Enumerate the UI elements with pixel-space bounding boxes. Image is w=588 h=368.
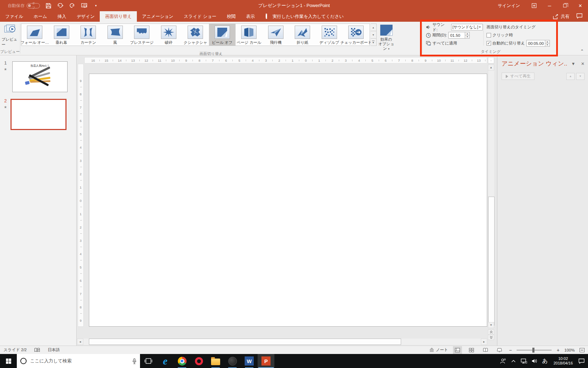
slide-indicator[interactable]: スライド 2/2	[4, 347, 27, 353]
microphone-icon[interactable]	[132, 358, 136, 364]
minimize-button[interactable]: ─	[542, 0, 557, 11]
move-earlier-button[interactable]: ▲	[566, 73, 575, 80]
customize-qat-button[interactable]: ▾	[92, 2, 99, 9]
share-button[interactable]: 共有	[553, 14, 569, 20]
vertical-scrollbar[interactable]: ▲ ▼	[488, 64, 494, 328]
gallery-scroll-up-button[interactable]: ▲	[371, 24, 376, 31]
autosave-toggle[interactable]: 自動保存 オフ	[8, 3, 40, 9]
transition-dissolve[interactable]: ディゾルブ	[316, 24, 343, 46]
pane-options-dropdown-icon[interactable]: ▼	[571, 61, 575, 66]
vertical-scroll-track[interactable]	[488, 70, 494, 322]
network-tray-icon[interactable]	[519, 354, 529, 368]
taskbar-search-box[interactable]: ここに入力して検索	[17, 354, 140, 368]
close-button[interactable]: ✕	[573, 0, 588, 11]
horizontal-scrollbar[interactable]: ◄ ►	[77, 339, 487, 345]
transition-shatter[interactable]: 破砕	[155, 24, 182, 46]
show-hidden-icons-button[interactable]	[508, 354, 519, 368]
tab-design[interactable]: デザイン	[71, 11, 100, 22]
scroll-right-button[interactable]: ►	[481, 339, 487, 345]
slide1-thumbnail[interactable]: 当店人気No1！	[12, 61, 68, 92]
chrome-taskbar-button[interactable]	[174, 354, 190, 368]
normal-view-button[interactable]	[453, 346, 462, 354]
horizontal-scroll-thumb[interactable]	[89, 339, 401, 345]
transition-wind[interactable]: 風	[102, 24, 129, 46]
tab-animations[interactable]: アニメーション	[137, 11, 178, 22]
move-later-button[interactable]: ▼	[576, 73, 584, 80]
tell-me-box[interactable]: 実行したい作業を入力してください	[260, 11, 344, 22]
zoom-out-button[interactable]: −	[509, 347, 512, 353]
ribbon-display-options-button[interactable]	[526, 0, 542, 11]
slide-sorter-view-button[interactable]	[467, 346, 476, 354]
sound-dropdown[interactable]: [サウンドなし] ▼	[451, 24, 483, 30]
tab-file[interactable]: ファイル	[0, 11, 28, 22]
tab-transitions[interactable]: 画面切り替え	[100, 11, 137, 22]
collapse-ribbon-button[interactable]: ⌃	[580, 49, 584, 54]
transition-peel-off[interactable]: ピール オフ	[209, 24, 236, 46]
ime-indicator[interactable]: あ	[540, 354, 550, 368]
redo-button[interactable]	[69, 2, 76, 9]
start-from-beginning-button[interactable]	[80, 2, 88, 9]
zoom-in-button[interactable]: +	[556, 347, 559, 353]
start-button[interactable]	[0, 354, 17, 368]
scroll-left-button[interactable]: ◄	[77, 339, 83, 345]
edge-taskbar-button[interactable]: e	[157, 354, 174, 368]
horizontal-ruler[interactable]: 1615141312111098765432101234567891011121…	[84, 57, 487, 63]
spin-up-icon[interactable]: ▲	[545, 40, 550, 43]
app-dark-taskbar-button[interactable]	[224, 354, 241, 368]
vertical-scroll-thumb[interactable]	[488, 197, 495, 326]
preview-button[interactable]: プレビュー	[2, 23, 19, 47]
restore-button[interactable]	[557, 0, 573, 11]
zoom-slider-thumb[interactable]	[532, 348, 534, 353]
scroll-up-button[interactable]: ▲	[488, 64, 494, 70]
spin-down-icon[interactable]: ▼	[545, 43, 550, 46]
transition-origami[interactable]: 折り紙	[289, 24, 316, 46]
gallery-more-button[interactable]: ▼	[371, 39, 376, 46]
taskbar-clock[interactable]: 10:02 2018/04/16	[550, 356, 576, 366]
slide1-transition-star-icon[interactable]: ★	[4, 67, 7, 71]
action-center-button[interactable]	[576, 354, 587, 368]
auto-advance-checkbox[interactable]: ✓	[486, 41, 491, 46]
slideshow-view-button[interactable]	[495, 346, 504, 354]
transition-checkerboard[interactable]: チェッカーボード	[343, 24, 370, 46]
spin-down-icon[interactable]: ▼	[465, 35, 469, 38]
signin-link[interactable]: サインイン	[491, 3, 526, 9]
auto-advance-row[interactable]: ✓ 自動的に切り替え 00:05.00 ▲▼	[486, 40, 550, 47]
slide2-thumbnail-selected[interactable]	[10, 99, 66, 130]
language-indicator[interactable]: 日本語	[48, 347, 60, 353]
next-slide-button[interactable]	[488, 335, 494, 340]
duration-spinner[interactable]: ▲▼	[465, 32, 469, 38]
effect-options-button[interactable]: 効果のオプション ▾	[377, 23, 396, 51]
transition-crush[interactable]: クシャクシャ	[182, 24, 209, 46]
spin-up-icon[interactable]: ▲	[465, 32, 469, 35]
gallery-scroll-down-button[interactable]: ▼	[371, 31, 376, 39]
task-view-button[interactable]	[140, 354, 157, 368]
horizontal-scroll-track[interactable]	[83, 339, 481, 345]
vertical-ruler[interactable]: 9876543210123456789	[78, 64, 84, 327]
tab-review[interactable]: 校閲	[222, 11, 241, 22]
play-all-button[interactable]: すべて再生	[502, 73, 534, 80]
word-taskbar-button[interactable]: W	[241, 354, 258, 368]
notes-button[interactable]: ノート	[429, 347, 448, 353]
undo-button[interactable]	[57, 2, 64, 9]
slide2-transition-star-icon[interactable]: ★	[4, 105, 7, 109]
comments-button[interactable]	[576, 13, 582, 20]
opera-taskbar-button[interactable]	[190, 354, 207, 368]
slide-canvas[interactable]	[89, 74, 487, 327]
file-explorer-taskbar-button[interactable]	[207, 354, 224, 368]
ruler-corner-box[interactable]: –	[488, 57, 494, 63]
tab-insert[interactable]: 挿入	[52, 11, 71, 22]
reading-view-button[interactable]	[481, 346, 490, 354]
scroll-down-button[interactable]: ▼	[488, 322, 494, 328]
people-tray-icon[interactable]	[498, 354, 508, 368]
save-button[interactable]	[45, 2, 52, 9]
previous-slide-button[interactable]	[488, 329, 494, 335]
transition-prestige[interactable]: プレステージ	[128, 24, 155, 46]
tab-slideshow[interactable]: スライド ショー	[178, 11, 222, 22]
fit-to-window-icon[interactable]	[580, 348, 584, 352]
transition-drape[interactable]: 垂れ幕	[48, 24, 75, 46]
volume-tray-icon[interactable]	[529, 354, 540, 368]
zoom-level[interactable]: 100%	[565, 348, 575, 352]
spellcheck-icon[interactable]	[34, 348, 40, 352]
pane-close-icon[interactable]: ✕	[581, 61, 584, 66]
transition-page-curl[interactable]: ページ カール	[236, 24, 262, 46]
